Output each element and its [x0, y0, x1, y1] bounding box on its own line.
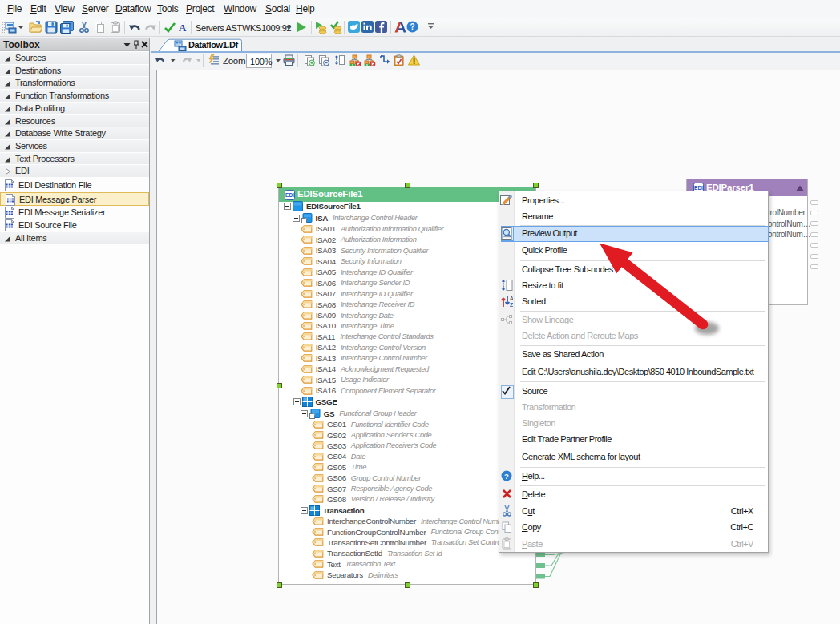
- svg-text:Z: Z: [510, 302, 513, 308]
- svg-text:EDI: EDI: [694, 185, 703, 191]
- svg-text:EDI: EDI: [285, 192, 294, 198]
- svg-text:A: A: [510, 296, 513, 301]
- svg-text:?: ?: [410, 22, 414, 31]
- svg-text:?: ?: [504, 472, 509, 481]
